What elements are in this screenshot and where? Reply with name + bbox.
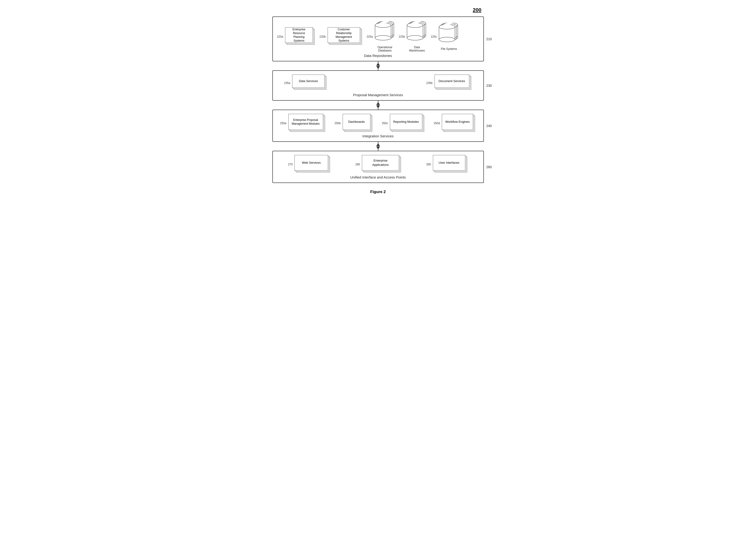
enterprise-apps-stack: Enterprise Applications — [362, 155, 402, 174]
op-db-label: OperationalDatabases — [378, 46, 392, 52]
web-services-stack: Web Services — [294, 155, 331, 174]
arrow-2-3 — [272, 101, 484, 110]
figure-number-top: 200 — [272, 7, 484, 13]
layer2-ref: 230 — [486, 84, 492, 87]
component-225c: 225c — [431, 23, 459, 51]
layer3-box: 250a Enterprise ProposalManagement Modul… — [272, 110, 484, 142]
component-225a: 225a — [367, 21, 395, 52]
dw-label: DataWarehouses — [409, 46, 425, 52]
arrow-1-2 — [272, 61, 484, 70]
workflow-stack: Workflow Engines — [442, 114, 476, 133]
ref-220a: 220a — [277, 35, 283, 38]
component-270: 270 Web Services — [288, 155, 331, 174]
layer2-content: 235a Data Services 235b Document Service… — [277, 75, 479, 91]
component-220a: 220a Enterprise ResourcePlanning Systems — [277, 27, 316, 46]
component-250b: 250b Dashboards — [334, 114, 373, 133]
ref-225c: 225c — [431, 35, 437, 38]
layer1-content: 220a Enterprise ResourcePlanning Systems… — [277, 21, 479, 52]
layer2-label: Proposal Management Services — [277, 91, 479, 99]
ref-250d: 250d — [434, 122, 440, 125]
ref-270: 270 — [288, 163, 293, 166]
layer3-label: Integration Services — [277, 133, 479, 140]
ref-290: 290 — [426, 163, 431, 166]
arrow-3-4 — [272, 142, 484, 151]
svg-point-25 — [439, 25, 455, 29]
user-interfaces-stack: User Interfaces — [433, 155, 468, 174]
svg-point-7 — [375, 23, 391, 28]
ref-250b: 250b — [334, 122, 341, 125]
component-250c: 250c Reporting Modules — [382, 114, 425, 133]
dashboards-stack: Dashboards — [343, 114, 373, 133]
component-250a: 250a Enterprise ProposalManagement Modul… — [280, 114, 326, 133]
svg-point-17 — [407, 35, 423, 40]
component-280: 280 Enterprise Applications — [355, 155, 402, 174]
reporting-stack: Reporting Modules — [390, 114, 425, 133]
layer4-box: 270 Web Services 280 Enterprise Applicat… — [272, 151, 484, 183]
ref-250c: 250c — [382, 122, 388, 125]
svg-point-16 — [407, 23, 423, 28]
component-290: 290 User Interfaces — [426, 155, 468, 174]
ref-225b: 225b — [399, 35, 405, 38]
component-225b: 225b — [399, 21, 427, 52]
ref-280: 280 — [355, 163, 360, 166]
layer4-ref: 260 — [486, 165, 492, 169]
svg-marker-34 — [376, 102, 380, 105]
ref-220b: 220b — [319, 35, 326, 38]
component-250d: 250d Workflow Engines — [434, 114, 476, 133]
layer3-content: 250a Enterprise ProposalManagement Modul… — [277, 114, 479, 133]
doc-services-stack: Document Services — [435, 75, 472, 91]
dw-cylinder: DataWarehouses — [407, 21, 427, 52]
erp-stack: Enterprise ResourcePlanning Systems — [285, 27, 316, 46]
layer4-label: Unified Interface and Access Points — [277, 174, 479, 181]
page-wrapper: 200 220a Enterprise ResourcePlanning Sys… — [272, 7, 484, 194]
svg-marker-38 — [376, 143, 380, 146]
fs-label: File Systems — [441, 47, 457, 51]
op-db-cylinder: OperationalDatabases — [375, 21, 395, 52]
layer2-box: 235a Data Services 235b Document Service… — [272, 70, 484, 101]
crm-stack: Customer RelationshipManagement Systems — [328, 27, 363, 46]
figure-caption: Figure 2 — [272, 189, 484, 194]
data-services-stack: Data Services — [292, 75, 327, 91]
layer4-content: 270 Web Services 280 Enterprise Applicat… — [277, 155, 479, 174]
component-235a: 235a Data Services — [284, 75, 328, 91]
layer1-box: 220a Enterprise ResourcePlanning Systems… — [272, 16, 484, 61]
ref-235b: 235b — [426, 81, 433, 85]
ref-225a: 225a — [367, 35, 373, 38]
layer1-ref: 210 — [486, 37, 492, 41]
svg-point-8 — [375, 35, 391, 40]
svg-marker-30 — [376, 63, 380, 66]
epmm-stack: Enterprise ProposalManagement Modules — [288, 114, 326, 133]
fs-cylinder: File Systems — [439, 23, 459, 51]
svg-point-26 — [439, 37, 455, 42]
layer3-ref: 240 — [486, 124, 492, 128]
layer1-label: Data Repositories — [277, 52, 479, 59]
component-220b: 220b Customer RelationshipManagement Sys… — [319, 27, 363, 46]
ref-250a: 250a — [280, 122, 286, 125]
ref-235a: 235a — [284, 81, 290, 85]
component-235b: 235b Document Services — [426, 75, 472, 91]
